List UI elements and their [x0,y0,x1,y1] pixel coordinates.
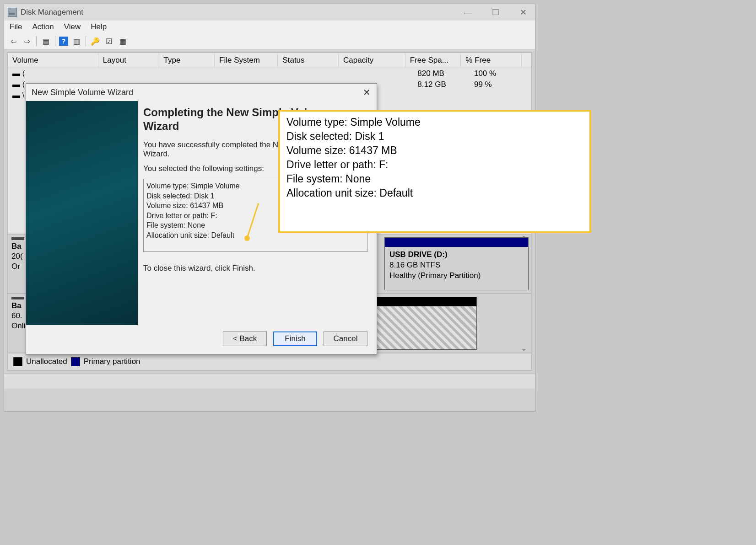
disk-icon [11,297,24,299]
menu-help[interactable]: Help [91,22,107,32]
menubar: File Action View Help [4,21,535,33]
col-file-system[interactable]: File System [215,53,278,68]
legend-unallocated: Unallocated [26,357,67,366]
list-icon[interactable]: ▦ [117,36,128,47]
wizard-text-3: To close this wizard, click Finish. [143,264,367,273]
wizard-icon[interactable]: 🔑 [90,36,101,47]
callout-line: File system: None [286,172,583,186]
wizard-banner [26,101,138,325]
cell-free-space: 8.12 GB [413,79,470,90]
col-free-space[interactable]: Free Spa... [405,53,461,68]
titlebar[interactable]: Disk Management — ☐ ✕ [4,4,535,21]
col-capacity[interactable]: Capacity [339,53,405,68]
col-volume[interactable]: Volume [8,53,98,68]
partition[interactable]: USB DRIVE (D:) 8.16 GB NTFS Healthy (Pri… [384,237,529,290]
callout-line: Volume size: 61437 MB [286,144,583,158]
callout-line: Volume type: Simple Volume [286,115,583,129]
callout-line: Allocation unit size: Default [286,186,583,200]
menu-action[interactable]: Action [32,22,54,32]
legend: Unallocated Primary partition [7,353,532,371]
back-button[interactable]: < Back [223,331,267,346]
wizard-title: New Simple Volume Wizard [32,88,133,97]
toolbar: ⇦ ⇨ ▤ ? ▥ 🔑 ☑ ▦ [4,33,535,49]
scroll-down-icon[interactable]: ⌄ [521,344,527,353]
scroll-up-icon[interactable]: ⌃ [521,235,527,243]
legend-swatch-unallocated [13,357,22,366]
partition-status: Healthy (Primary Partition) [389,271,481,280]
close-button[interactable]: ✕ [511,4,535,21]
back-icon[interactable]: ⇦ [8,36,19,47]
forward-icon[interactable]: ⇨ [22,36,32,47]
help-icon[interactable]: ? [59,37,68,46]
statusbar [4,374,535,389]
window-title: Disk Management [21,8,83,17]
partition-name: USB DRIVE (D:) [389,250,448,259]
legend-swatch-primary [71,357,80,366]
disk-management-icon [8,8,17,17]
annotation-callout: Volume type: Simple Volume Disk selected… [278,110,591,233]
col-type[interactable]: Type [159,53,215,68]
col-layout[interactable]: Layout [98,53,159,68]
cell-percent-free: 99 % [470,79,531,90]
cell-free-space: 820 MB [413,68,470,79]
table-row[interactable]: ▬ ( 820 MB 100 % [8,68,531,79]
partition-header-primary [385,238,528,247]
callout-line: Disk selected: Disk 1 [286,129,583,144]
refresh-icon[interactable]: ▥ [71,36,82,47]
cell-percent-free: 100 % [470,68,531,79]
col-status[interactable]: Status [278,53,339,68]
wizard-titlebar[interactable]: New Simple Volume Wizard ✕ [26,84,377,101]
menu-view[interactable]: View [64,22,81,32]
legend-primary: Primary partition [84,357,140,366]
callout-line: Drive letter or path: F: [286,158,583,172]
volume-list-header: Volume Layout Type File System Status Ca… [8,53,531,68]
check-icon[interactable]: ☑ [103,36,114,47]
disk-icon [11,237,24,240]
maximize-button[interactable]: ☐ [484,4,508,21]
minimize-button[interactable]: — [456,4,480,21]
wizard-footer: < Back Finish Cancel [26,325,377,353]
col-percent-free[interactable]: % Free [461,53,522,68]
finish-button[interactable]: Finish [273,331,317,346]
partition-size: 8.16 GB NTFS [389,261,440,269]
properties-icon[interactable]: ▤ [40,36,51,47]
cancel-button[interactable]: Cancel [324,331,367,346]
close-icon[interactable]: ✕ [360,86,373,99]
menu-file[interactable]: File [10,22,22,32]
